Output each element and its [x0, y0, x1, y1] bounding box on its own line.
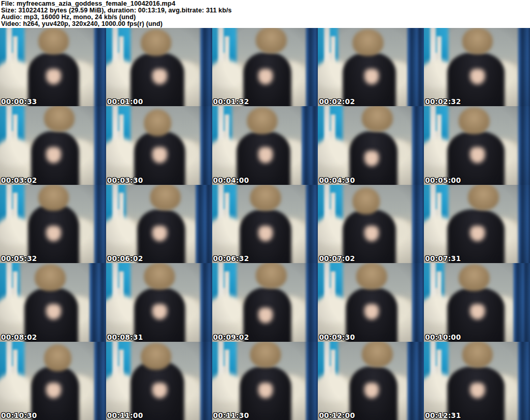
curtain: [200, 342, 212, 420]
timestamp-overlay: 00:00:33: [1, 97, 37, 106]
timestamp-overlay: 00:04:30: [319, 176, 355, 184]
curtain: [412, 185, 424, 263]
silhouette-detail: [46, 69, 61, 84]
thumbnail-cell: 00:10:00: [424, 263, 530, 341]
thumbnail-placeholder-art: [212, 28, 318, 106]
thumbnail-cell: 00:09:02: [212, 263, 318, 341]
thumbnail-placeholder-art: [0, 342, 106, 420]
silhouette-hair: [250, 342, 281, 368]
silhouette-detail: [46, 383, 61, 398]
silhouette-detail: [152, 69, 167, 84]
silhouette-hair: [352, 187, 380, 214]
curtain: [90, 263, 106, 341]
thumbnail-placeholder-art: [318, 28, 424, 106]
video-label: Video:: [1, 20, 21, 27]
timestamp-overlay: 00:11:30: [213, 411, 249, 419]
thumbnail-cell: 00:01:32: [212, 28, 318, 106]
silhouette-detail: [258, 226, 273, 241]
timestamp-overlay: 00:05:00: [425, 176, 461, 184]
silhouette-hair: [144, 109, 171, 136]
thumbnail-placeholder-art: [318, 342, 424, 420]
thumbnail-cell: 00:02:02: [318, 28, 424, 106]
thumbnail-placeholder-art: [212, 263, 318, 341]
curtain: [306, 185, 318, 263]
audio-label: Audio:: [1, 13, 22, 21]
silhouette-detail: [364, 383, 379, 398]
thumbnail-placeholder-art: [212, 106, 318, 184]
video-value: h264, yuv420p, 320x240, 1000.00 fps(r) (…: [23, 20, 163, 27]
thumbnail-cell: 00:02:32: [424, 28, 530, 106]
thumbnail-cell: 00:11:00: [106, 342, 212, 420]
pillow: [318, 373, 349, 401]
timestamp-overlay: 00:02:02: [319, 97, 355, 106]
size-label: Size:: [1, 7, 17, 14]
silhouette-detail: [364, 226, 379, 241]
thumbnail-placeholder-art: [424, 342, 530, 420]
curtain: [412, 263, 424, 341]
curtain: [407, 342, 424, 420]
timestamp-overlay: 00:09:02: [213, 333, 249, 341]
silhouette-hair: [468, 185, 499, 210]
silhouette-detail: [364, 69, 379, 84]
silhouette-hair: [44, 344, 71, 371]
timestamp-overlay: 00:08:02: [1, 333, 37, 341]
curtain: [94, 185, 106, 263]
curtain: [407, 28, 424, 106]
curtain: [306, 263, 318, 341]
file-metadata-header: File: myfreecams_azia_goddess_female_100…: [0, 0, 530, 28]
pillow: [106, 216, 137, 244]
silhouette-hair: [459, 264, 490, 291]
curtain: [94, 106, 106, 184]
video-info-line: Video: h264, yuv420p, 320x240, 1000.00 f…: [1, 21, 530, 27]
timestamp-overlay: 00:03:30: [107, 176, 143, 184]
silhouette-detail: [46, 147, 61, 163]
thumbnail-cell: 00:07:02: [318, 185, 424, 263]
thumbnail-placeholder-art: [318, 106, 424, 184]
audio-value: mp3, 16000 Hz, mono, 24 kb/s (und): [24, 13, 136, 21]
silhouette-detail: [152, 147, 167, 163]
timestamp-overlay: 00:02:32: [425, 97, 461, 106]
thumbnail-cell: 00:06:32: [212, 185, 318, 263]
thumbnail-placeholder-art: [424, 28, 530, 106]
curtain: [518, 106, 530, 184]
silhouette-hair: [256, 263, 287, 288]
silhouette-detail: [152, 383, 167, 398]
thumbnail-placeholder-art: [106, 342, 212, 420]
silhouette-detail: [46, 226, 61, 241]
thumbnail-placeholder-art: [0, 28, 106, 106]
timestamp-overlay: 00:09:30: [319, 333, 355, 341]
file-label: File:: [1, 0, 14, 7]
thumbnail-grid: 00:00:33 00:01:00 00:01:32 00:02:02 00:0…: [0, 28, 530, 420]
thumbnail-cell: 00:03:30: [106, 106, 212, 184]
silhouette-detail: [258, 383, 273, 398]
thumbnail-placeholder-art: [0, 185, 106, 263]
silhouette-hair: [141, 343, 172, 370]
silhouette-hair: [247, 107, 278, 134]
curtain: [196, 185, 212, 263]
curtain: [94, 28, 106, 106]
curtain: [94, 342, 106, 420]
silhouette-detail: [258, 147, 273, 163]
thumbnail-cell: 00:07:31: [424, 185, 530, 263]
thumbnail-cell: 00:11:30: [212, 342, 318, 420]
thumbnail-cell: 00:03:02: [0, 106, 106, 184]
silhouette-hair: [44, 106, 75, 132]
thumbnail-placeholder-art: [0, 106, 106, 184]
timestamp-overlay: 00:11:00: [107, 411, 143, 419]
timestamp-overlay: 00:06:32: [213, 254, 249, 263]
size-value: 31022412 bytes (29.59 MiB), duration: 00…: [19, 7, 232, 14]
silhouette-hair: [141, 29, 172, 56]
thumbnail-cell: 00:04:00: [212, 106, 318, 184]
thumbnail-cell: 00:10:30: [0, 342, 106, 420]
curtain: [513, 263, 530, 341]
curtain: [306, 28, 318, 106]
timestamp-overlay: 00:10:00: [425, 333, 461, 341]
thumbnail-placeholder-art: [424, 263, 530, 341]
curtain: [200, 28, 212, 106]
timestamp-overlay: 00:12:00: [319, 411, 355, 419]
curtain: [518, 185, 530, 263]
silhouette-detail: [470, 147, 485, 163]
timestamp-overlay: 00:01:32: [213, 97, 249, 106]
silhouette-hair: [150, 185, 181, 210]
thumbnail-cell: 00:08:02: [0, 263, 106, 341]
